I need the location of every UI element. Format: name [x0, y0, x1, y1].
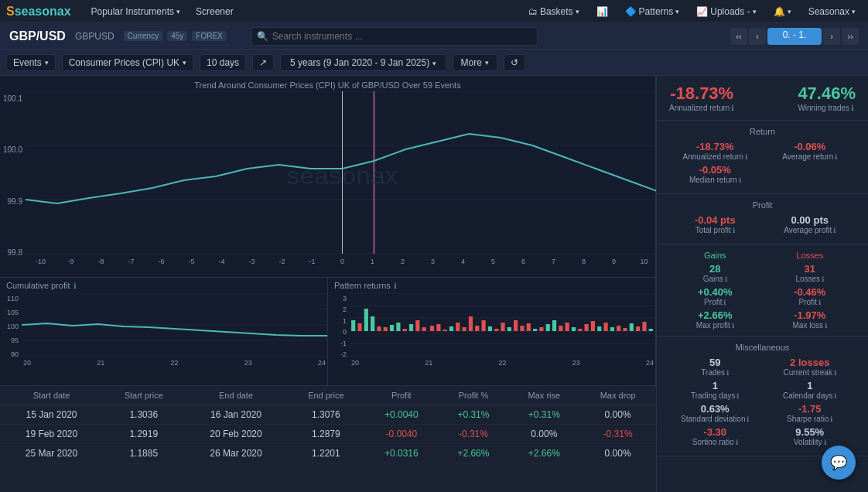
total-profit-lbl: Total profit ℹ — [668, 226, 763, 234]
cell-max-drop: 0.00% — [579, 444, 656, 463]
svg-rect-51 — [572, 327, 576, 331]
prev-button[interactable]: ‹ — [749, 28, 766, 45]
losses-column: Losses 31 Losses ℹ -0.46% Profit ℹ -1.97… — [763, 251, 858, 330]
info-icon[interactable]: ℹ — [73, 282, 77, 290]
x-label: -4 — [207, 258, 237, 265]
chevron-down-icon: ▾ — [852, 8, 856, 15]
info-icon[interactable]: ℹ — [736, 392, 739, 400]
nav-screener[interactable]: Screener — [188, 6, 241, 17]
info-icon[interactable]: ℹ — [818, 299, 821, 306]
pagination-controls: ‹‹ ‹ 0. - 1. › ›› — [730, 28, 859, 45]
user-menu-button[interactable]: Seasonax ▾ — [802, 6, 862, 17]
cell-start-price: 1.1885 — [103, 444, 185, 463]
svg-rect-23 — [390, 325, 394, 331]
x-label: 24 — [646, 359, 654, 367]
info-icon[interactable]: ℹ — [824, 439, 826, 446]
trades-val: 59 — [668, 357, 763, 368]
sharpe-label: Sharpe ratio ℹ — [763, 415, 858, 423]
info-icon[interactable]: ℹ — [825, 322, 827, 330]
next-button[interactable]: › — [823, 28, 840, 45]
cumulative-svg — [22, 293, 327, 357]
event-value-select[interactable]: Consumer Prices (CPI) UK ▾ — [62, 54, 193, 71]
x-label: -5 — [176, 258, 207, 265]
svg-rect-36 — [475, 326, 479, 331]
svg-rect-58 — [617, 326, 620, 331]
right-stats-panel: -18.73% Annualized return ℹ 47.46% Winni… — [656, 76, 868, 492]
stats-top-row: -18.73% Annualized return ℹ 47.46% Winni… — [657, 76, 868, 121]
x-label: 23 — [572, 359, 580, 367]
info-icon[interactable]: ℹ — [747, 415, 749, 423]
info-icon[interactable]: ℹ — [834, 392, 836, 400]
baskets-button[interactable]: 🗂 Baskets ▾ — [522, 6, 586, 17]
sortino-label: Sortino ratio ℹ — [668, 438, 763, 446]
x-label: 6 — [508, 258, 538, 265]
trades-cell: 59 Trades ℹ — [668, 357, 763, 377]
info-icon[interactable]: ℹ — [732, 322, 734, 330]
next-next-button[interactable]: ›› — [842, 28, 859, 45]
svg-rect-30 — [436, 324, 440, 331]
y-label: 1 — [331, 317, 347, 325]
cell-profit-pct: +0.31% — [438, 405, 508, 425]
uploads-button[interactable]: 📈 Uploads - ▾ — [690, 6, 762, 17]
return-section-title: Return — [668, 127, 857, 136]
days-button[interactable]: 10 days — [200, 54, 246, 71]
info-icon[interactable]: ℹ — [822, 275, 824, 283]
profit-section: Profit -0.04 pts Total profit ℹ 0.00 pts… — [657, 194, 868, 244]
svg-rect-54 — [591, 321, 595, 331]
date-range-button[interactable]: 5 years (9 Jan 2020 - 9 Jan 2025) ▾ — [280, 54, 446, 71]
x-label: -6 — [146, 258, 176, 265]
svg-rect-22 — [384, 327, 388, 331]
nav-popular-instruments[interactable]: Popular Instruments ▾ — [84, 6, 188, 17]
sharpe-cell: -1.75 Sharpe ratio ℹ — [763, 403, 858, 423]
prev-prev-button[interactable]: ‹‹ — [730, 28, 747, 45]
info-icon[interactable]: ℹ — [725, 275, 727, 283]
bell-icon: 🔔 — [774, 6, 785, 17]
chat-button[interactable]: 💬 — [822, 446, 856, 480]
symbol-code: GBPUSD — [75, 31, 114, 42]
gains-max-profit-val: +2.66% — [668, 309, 763, 321]
info-icon[interactable]: ℹ — [731, 104, 734, 112]
info-icon[interactable]: ℹ — [833, 227, 836, 234]
svg-rect-25 — [403, 329, 407, 331]
chart-type-button[interactable]: ↗ — [252, 54, 274, 71]
more-button[interactable]: More ▾ — [453, 54, 497, 71]
refresh-button[interactable]: ↺ — [504, 54, 525, 71]
cell-max-drop: 0.00% — [579, 405, 656, 425]
event-type-select[interactable]: Events ▾ — [6, 54, 56, 71]
median-return-val: -0.05% — [668, 164, 763, 176]
info-icon[interactable]: ℹ — [851, 104, 854, 112]
info-icon[interactable]: ℹ — [723, 299, 726, 306]
col-max-drop: Max drop — [579, 386, 656, 405]
svg-rect-43 — [520, 326, 524, 331]
return-row-1: -18.73% Annualized return ℹ -0.06% Avera… — [668, 141, 857, 161]
svg-rect-28 — [422, 327, 426, 331]
info-icon[interactable]: ℹ — [726, 369, 729, 377]
notifications-button[interactable]: 🔔 ▾ — [767, 6, 798, 17]
svg-rect-44 — [527, 323, 531, 331]
info-icon[interactable]: ℹ — [394, 282, 397, 290]
table-row: 25 Mar 2020 1.1885 26 Mar 2020 1.2201 +0… — [0, 444, 656, 463]
svg-rect-61 — [636, 326, 640, 331]
info-icon[interactable]: ℹ — [736, 439, 738, 446]
logo-s-icon: S — [6, 5, 15, 19]
left-panel: Trend Around Consumer Prices (CPI) UK of… — [0, 76, 656, 492]
svg-rect-38 — [488, 326, 492, 331]
info-icon[interactable]: ℹ — [834, 369, 836, 377]
info-icon[interactable]: ℹ — [733, 227, 735, 234]
calendar-days-val: 1 — [763, 380, 858, 391]
cell-profit-pct: -0.31% — [438, 425, 508, 444]
svg-rect-37 — [481, 320, 485, 331]
line-chart-icon: ↗ — [259, 57, 267, 68]
search-input[interactable] — [251, 27, 538, 46]
info-icon[interactable]: ℹ — [830, 415, 832, 423]
logo[interactable]: Sseasonax — [6, 5, 71, 19]
volatility-val: 9.55% — [763, 426, 858, 438]
info-icon[interactable]: ℹ — [835, 153, 837, 161]
patterns-button[interactable]: 🔷 Patterns ▾ — [619, 6, 686, 17]
svg-rect-21 — [377, 326, 381, 331]
sortino-val: -3.30 — [668, 426, 763, 438]
annualized-return-label: Annualized return ℹ — [669, 104, 734, 112]
info-icon[interactable]: ℹ — [739, 176, 741, 184]
chart-nav-button[interactable]: 📊 — [590, 6, 614, 17]
info-icon[interactable]: ℹ — [745, 153, 747, 161]
